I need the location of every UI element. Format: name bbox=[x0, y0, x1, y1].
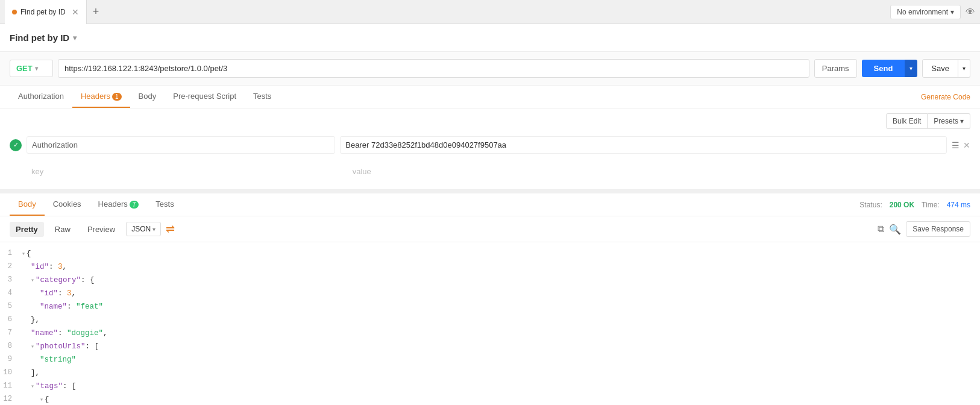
time-value: 474 ms bbox=[947, 201, 970, 209]
header-value-input[interactable] bbox=[340, 136, 947, 154]
header-key-input[interactable] bbox=[27, 136, 335, 154]
tab-prerequest[interactable]: Pre-request Script bbox=[165, 86, 245, 108]
resp-tab-headers[interactable]: Headers7 bbox=[90, 193, 148, 216]
tab-bar: Find pet by ID ✕ + No environment ▾ 👁 bbox=[0, 0, 980, 24]
bulk-edit-button[interactable]: Bulk Edit bbox=[886, 113, 928, 129]
resp-tab-tests[interactable]: Tests bbox=[147, 193, 182, 216]
bulk-preset-group: Bulk Edit Presets ▾ bbox=[886, 113, 970, 129]
send-button[interactable]: Send bbox=[862, 60, 905, 77]
format-preview-button[interactable]: Preview bbox=[81, 222, 121, 237]
save-button[interactable]: Save bbox=[922, 59, 958, 78]
format-type-label: JSON bbox=[131, 225, 151, 233]
response-code-area: 1 ▾{ 2 "id": 3, 3 ▾"category": { 4 "id":… bbox=[0, 242, 980, 405]
request-title-bar: Find pet by ID ▾ bbox=[0, 24, 980, 52]
method-chevron-icon: ▾ bbox=[35, 65, 38, 72]
response-section: Body Cookies Headers7 Tests Status: 200 … bbox=[0, 190, 980, 405]
status-label: Status: bbox=[859, 201, 882, 209]
response-actions: ⧉ 🔍 Save Response bbox=[878, 221, 970, 237]
header-check-icon[interactable]: ✓ bbox=[10, 139, 22, 151]
header-row-actions: ☰ ✕ bbox=[952, 140, 970, 150]
format-raw-button[interactable]: Raw bbox=[49, 222, 77, 237]
tab-authorization[interactable]: Authorization bbox=[10, 86, 72, 108]
tab-headers[interactable]: Headers1 bbox=[72, 86, 130, 108]
url-input[interactable] bbox=[58, 59, 809, 78]
headers-count-badge: 1 bbox=[112, 93, 122, 101]
resp-tab-body[interactable]: Body bbox=[10, 193, 45, 216]
time-label: Time: bbox=[922, 201, 940, 209]
delete-header-icon[interactable]: ✕ bbox=[963, 140, 970, 150]
code-line-4: 4 "id": 3, bbox=[0, 287, 980, 300]
code-line-5: 5 "name": "feat" bbox=[0, 300, 980, 313]
send-group: Send ▾ bbox=[862, 60, 918, 77]
eye-icon[interactable]: 👁 bbox=[966, 7, 975, 17]
params-button[interactable]: Params bbox=[814, 59, 857, 78]
url-bar: GET ▾ Params Send ▾ Save ▾ bbox=[0, 52, 980, 86]
save-response-button[interactable]: Save Response bbox=[906, 221, 970, 237]
code-line-3: 3 ▾"category": { bbox=[0, 274, 980, 287]
code-line-8: 8 ▾"photoUrls": [ bbox=[0, 340, 980, 353]
header-row-authorization: ✓ ☰ ✕ bbox=[10, 131, 970, 159]
request-tabs: Authorization Headers1 Body Pre-request … bbox=[0, 86, 980, 108]
format-type-selector[interactable]: JSON ▾ bbox=[126, 222, 161, 236]
env-chevron-icon: ▾ bbox=[950, 8, 954, 16]
resp-tab-cookies[interactable]: Cookies bbox=[45, 193, 90, 216]
title-chevron-icon[interactable]: ▾ bbox=[73, 34, 77, 42]
code-line-1: 1 ▾{ bbox=[0, 247, 980, 260]
tab-tests[interactable]: Tests bbox=[245, 86, 280, 108]
code-line-2: 2 "id": 3, bbox=[0, 260, 980, 274]
save-group: Save ▾ bbox=[922, 59, 970, 78]
headers-section: Bulk Edit Presets ▾ ✓ ☰ ✕ key value bbox=[0, 108, 980, 190]
value-placeholder: value bbox=[348, 163, 970, 180]
resp-headers-count: 7 bbox=[130, 201, 139, 209]
format-bar: Pretty Raw Preview JSON ▾ ⇌ ⧉ 🔍 Save Res… bbox=[0, 216, 980, 242]
env-label: No environment bbox=[897, 8, 948, 16]
method-label: GET bbox=[16, 64, 33, 73]
method-selector[interactable]: GET ▾ bbox=[10, 60, 53, 77]
code-line-7: 7 "name": "doggie", bbox=[0, 327, 980, 340]
list-icon[interactable]: ☰ bbox=[952, 140, 960, 150]
copy-icon[interactable]: ⧉ bbox=[878, 224, 884, 234]
environment-selector[interactable]: No environment ▾ bbox=[890, 5, 961, 19]
key-placeholder: key bbox=[27, 163, 343, 180]
main-panel: Find pet by ID ▾ GET ▾ Params Send ▾ Sav… bbox=[0, 24, 980, 405]
format-type-chevron-icon: ▾ bbox=[152, 226, 155, 233]
code-line-6: 6 }, bbox=[0, 313, 980, 327]
response-status: Status: 200 OK Time: 474 ms bbox=[859, 201, 970, 209]
top-right-controls: No environment ▾ 👁 bbox=[890, 5, 975, 19]
tab-dot bbox=[12, 10, 17, 14]
code-line-9: 9 "string" bbox=[0, 353, 980, 366]
tab-close-icon[interactable]: ✕ bbox=[72, 7, 79, 17]
code-line-11: 11 ▾"tags": [ bbox=[0, 380, 980, 393]
send-chevron-icon[interactable]: ▾ bbox=[905, 60, 917, 77]
generate-code-button[interactable]: Generate Code bbox=[921, 93, 970, 101]
header-placeholder-row: key value bbox=[10, 159, 970, 184]
format-pretty-button[interactable]: Pretty bbox=[10, 222, 44, 237]
code-line-10: 10 ], bbox=[0, 366, 980, 380]
search-icon[interactable]: 🔍 bbox=[889, 224, 901, 235]
response-tabs-bar: Body Cookies Headers7 Tests Status: 200 … bbox=[0, 193, 980, 216]
tab-add-button[interactable]: + bbox=[89, 5, 103, 18]
wrap-icon[interactable]: ⇌ bbox=[166, 222, 175, 236]
save-chevron-icon[interactable]: ▾ bbox=[958, 59, 970, 78]
code-line-12: 12 ▾{ bbox=[0, 393, 980, 405]
presets-chevron-icon: ▾ bbox=[960, 117, 964, 125]
tab-body[interactable]: Body bbox=[130, 86, 165, 108]
presets-button[interactable]: Presets ▾ bbox=[928, 113, 970, 129]
status-value: 200 OK bbox=[890, 201, 914, 209]
request-title-text: Find pet by ID bbox=[10, 33, 69, 43]
tab-find-pet[interactable]: Find pet by ID ✕ bbox=[5, 0, 87, 24]
tab-label: Find pet by ID bbox=[20, 8, 66, 16]
